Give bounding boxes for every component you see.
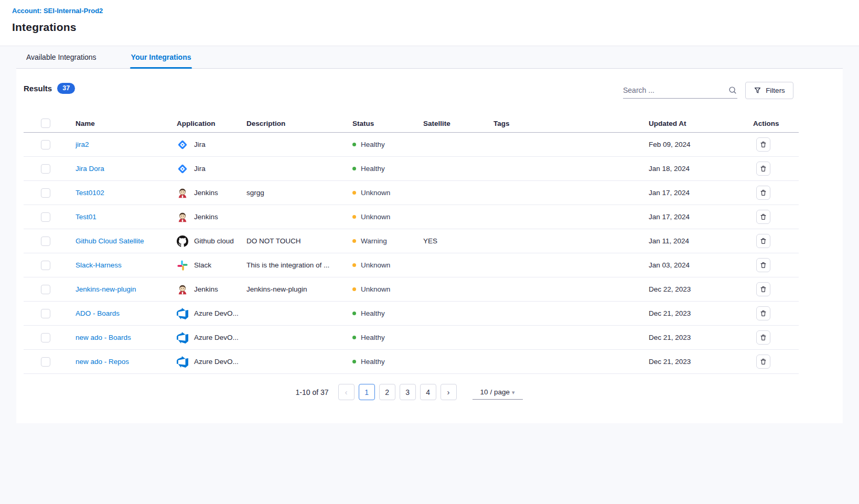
status-label: Healthy bbox=[361, 358, 385, 366]
table-row: Test01JenkinsUnknownJan 17, 2024 bbox=[24, 205, 799, 229]
pagination-next-button[interactable]: › bbox=[441, 384, 457, 400]
integrations-table: Name Application Description Status Sate… bbox=[24, 114, 799, 374]
integration-name-link[interactable]: Jenkins-new-plugin bbox=[76, 285, 136, 293]
status-dot-icon bbox=[352, 360, 356, 363]
pagination-page-button-1[interactable]: 1 bbox=[359, 384, 375, 400]
application-label: Jenkins bbox=[194, 189, 218, 197]
table-row: jira2JiraHealthyFeb 09, 2024 bbox=[24, 133, 799, 157]
table-header-row: Name Application Description Status Sate… bbox=[24, 114, 799, 133]
updated-at-value: Jan 18, 2024 bbox=[649, 165, 753, 173]
column-header-updated-at: Updated At bbox=[649, 120, 753, 127]
integration-name-link[interactable]: Github Cloud Satellite bbox=[76, 237, 144, 245]
updated-at-value: Dec 21, 2023 bbox=[649, 358, 753, 366]
page-size-label: 10 / page bbox=[480, 388, 510, 396]
integration-name-link[interactable]: jira2 bbox=[76, 141, 89, 148]
trash-icon bbox=[759, 165, 767, 173]
description-text: DO NOT TOUCH bbox=[246, 237, 352, 245]
status-dot-icon bbox=[352, 312, 356, 315]
table-row: Jenkins-new-pluginJenkinsJenkins-new-plu… bbox=[24, 277, 799, 302]
delete-integration-button[interactable] bbox=[756, 210, 770, 224]
pagination-prev-button[interactable]: ‹ bbox=[338, 384, 355, 400]
trash-icon bbox=[759, 189, 767, 197]
delete-integration-button[interactable] bbox=[756, 282, 770, 296]
chevron-left-icon: ‹ bbox=[345, 388, 348, 396]
integration-name-link[interactable]: ADO - Boards bbox=[76, 309, 120, 317]
description-text: This is the integration of ... bbox=[246, 261, 352, 269]
trash-icon bbox=[759, 141, 767, 148]
pagination-page-button-3[interactable]: 3 bbox=[400, 384, 416, 400]
row-checkbox[interactable] bbox=[41, 285, 50, 294]
satellite-value: YES bbox=[423, 237, 493, 245]
integration-name-link[interactable]: Test0102 bbox=[76, 189, 104, 197]
jira-icon bbox=[177, 163, 188, 175]
delete-integration-button[interactable] bbox=[756, 258, 770, 272]
tab-bar: Available Integrations Your Integrations bbox=[16, 46, 843, 69]
integration-name-link[interactable]: Slack-Harness bbox=[76, 261, 122, 269]
delete-integration-button[interactable] bbox=[756, 137, 770, 152]
trash-icon bbox=[759, 358, 767, 366]
pagination: 1-10 of 37 ‹ 1234 › 10 / page ▾ bbox=[16, 384, 802, 400]
application-label: Jira bbox=[194, 165, 206, 173]
account-breadcrumb-link[interactable]: Account: SEI-Internal-Prod2 bbox=[12, 7, 103, 15]
integration-name-link[interactable]: new ado - Boards bbox=[76, 334, 131, 341]
column-header-application: Application bbox=[177, 120, 246, 127]
row-checkbox[interactable] bbox=[41, 333, 50, 342]
status-dot-icon bbox=[352, 167, 356, 170]
description-text: sgrgg bbox=[246, 189, 352, 197]
results-count-badge: 37 bbox=[57, 83, 75, 94]
trash-icon bbox=[759, 285, 767, 293]
updated-at-value: Jan 11, 2024 bbox=[649, 237, 753, 245]
trash-icon bbox=[759, 309, 767, 317]
integration-name-link[interactable]: Jira Dora bbox=[76, 165, 104, 173]
updated-at-value: Dec 21, 2023 bbox=[649, 309, 753, 317]
delete-integration-button[interactable] bbox=[756, 306, 770, 320]
row-checkbox[interactable] bbox=[41, 309, 50, 318]
row-checkbox[interactable] bbox=[41, 212, 50, 222]
tab-your-integrations[interactable]: Your Integrations bbox=[130, 46, 192, 68]
status-dot-icon bbox=[352, 287, 356, 291]
jira-icon bbox=[177, 139, 188, 151]
row-checkbox[interactable] bbox=[41, 237, 50, 246]
delete-integration-button[interactable] bbox=[756, 330, 770, 345]
page-title: Integrations bbox=[12, 21, 77, 34]
pagination-page-button-4[interactable]: 4 bbox=[420, 384, 436, 400]
row-checkbox[interactable] bbox=[41, 164, 50, 174]
trash-icon bbox=[759, 237, 767, 245]
filters-button-label: Filters bbox=[766, 87, 785, 94]
status-badge: Unknown bbox=[352, 189, 423, 197]
application-label: Azure DevO... bbox=[194, 309, 239, 317]
tab-available-integrations[interactable]: Available Integrations bbox=[25, 46, 98, 68]
pagination-page-button-2[interactable]: 2 bbox=[379, 384, 395, 400]
azuredevops-icon bbox=[177, 356, 188, 368]
row-checkbox[interactable] bbox=[41, 357, 50, 367]
search-box bbox=[623, 82, 737, 99]
delete-integration-button[interactable] bbox=[756, 186, 770, 200]
page-header: Account: SEI-Internal-Prod2 Integrations bbox=[0, 0, 859, 46]
status-badge: Healthy bbox=[352, 165, 423, 173]
page-size-select[interactable]: 10 / page ▾ bbox=[473, 384, 523, 400]
chevron-down-icon: ▾ bbox=[512, 389, 515, 396]
chevron-right-icon: › bbox=[447, 388, 450, 396]
status-badge: Healthy bbox=[352, 334, 423, 341]
azuredevops-icon bbox=[177, 332, 188, 344]
row-checkbox[interactable] bbox=[41, 261, 50, 270]
filters-button[interactable]: Filters bbox=[745, 82, 793, 99]
search-input[interactable] bbox=[623, 86, 728, 94]
status-label: Healthy bbox=[361, 141, 385, 148]
column-header-tags: Tags bbox=[493, 120, 649, 127]
status-dot-icon bbox=[352, 336, 356, 339]
content-panel: Results 37 Filters Name Application Desc… bbox=[16, 69, 843, 423]
row-checkbox[interactable] bbox=[41, 140, 50, 149]
table-body: jira2JiraHealthyFeb 09, 2024Jira DoraJir… bbox=[24, 133, 799, 374]
select-all-checkbox[interactable] bbox=[41, 119, 50, 128]
delete-integration-button[interactable] bbox=[756, 162, 770, 176]
trash-icon bbox=[759, 261, 767, 269]
status-badge: Unknown bbox=[352, 213, 423, 221]
integration-name-link[interactable]: new ado - Repos bbox=[76, 358, 129, 366]
integration-name-link[interactable]: Test01 bbox=[76, 213, 96, 221]
jenkins-icon bbox=[177, 284, 188, 295]
search-icon bbox=[728, 85, 737, 95]
delete-integration-button[interactable] bbox=[756, 355, 770, 369]
row-checkbox[interactable] bbox=[41, 188, 50, 198]
delete-integration-button[interactable] bbox=[756, 234, 770, 248]
